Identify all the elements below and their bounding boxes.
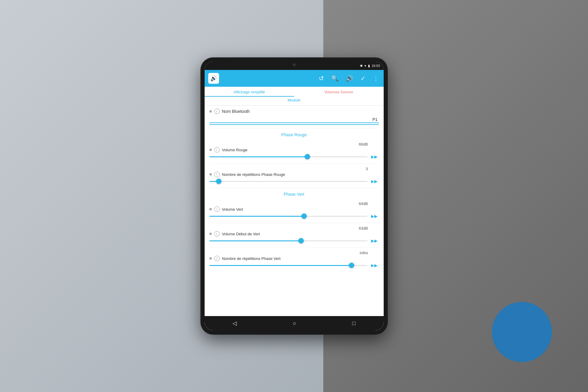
bullet-icon-2 [209, 149, 212, 151]
bullet-icon [209, 110, 212, 113]
tab-row-module: Module [205, 97, 384, 105]
slider-track-5 [209, 265, 367, 266]
slider-track-4 [209, 240, 367, 241]
volume-rouge-info-icon[interactable]: i [214, 147, 220, 152]
volume-rouge-row: 66dB i Volume Rouge ▶▶ [205, 139, 384, 163]
search-icon[interactable]: 🔍 [330, 74, 340, 83]
screen: ✱ ▾ ▮ 16:03 🔊 ↺ 🔍 🔊 ✓ ⋮ [205, 62, 384, 330]
bluetooth-status-icon: ✱ [360, 64, 363, 68]
repetitions-rouge-slider-row: ▶▶ [209, 178, 379, 187]
repetitions-rouge-info-icon[interactable]: i [214, 172, 220, 177]
tab-row-main: Affichage simplifié Volumes Sonore [205, 87, 384, 97]
app-header: 🔊 ↺ 🔍 🔊 ✓ ⋮ [205, 70, 384, 87]
slider-thumb-5[interactable] [349, 263, 354, 268]
volume-vert-label: Volume Vert [222, 207, 379, 212]
volume-icon[interactable]: 🔊 [345, 74, 355, 83]
logo-icon: 🔊 [210, 75, 217, 82]
volume-debut-vert-label: Volume Début de Vert [222, 232, 379, 236]
volume-rouge-slider[interactable] [209, 154, 367, 160]
slider-track-1 [209, 156, 367, 157]
bluetooth-section: i Nom Bluetooth [205, 106, 384, 125]
repetitions-vert-label-row: i Nombre de répétitions Phase Vert [209, 256, 379, 261]
tab-affichage-simplifie[interactable]: Affichage simplifié [205, 87, 294, 97]
volume-rouge-slider-row: ▶▶ [209, 154, 379, 162]
camera [293, 63, 296, 66]
home-button[interactable]: ○ [287, 318, 302, 329]
battery-status-icon: ▮ [368, 64, 370, 68]
tab-volumes-sonore[interactable]: Volumes Sonore [294, 87, 384, 97]
slider-fill-1 [209, 156, 307, 157]
ff-repetitions-vert[interactable]: ▶▶ [370, 263, 379, 268]
bluetooth-label: Nom Bluetooth [222, 109, 379, 114]
bullet-icon-6 [209, 257, 212, 260]
repetitions-rouge-label-row: i Nombre de répétitions Phase Rouge [209, 172, 379, 177]
repetitions-rouge-slider[interactable] [209, 178, 367, 184]
recent-apps-button[interactable]: □ [346, 318, 361, 329]
more-menu-icon[interactable]: ⋮ [372, 74, 380, 83]
blue-sign-decoration [492, 302, 552, 362]
slider-fill-5 [209, 265, 352, 266]
check-icon[interactable]: ✓ [359, 74, 367, 83]
slider-thumb-1[interactable] [305, 154, 310, 159]
volume-rouge-value: 66dB [209, 142, 379, 146]
ff-volume-vert[interactable]: ▶▶ [370, 214, 379, 219]
repetitions-vert-info-icon[interactable]: i [214, 256, 220, 261]
back-button[interactable]: ◁ [227, 318, 243, 329]
volume-debut-vert-row: 63dB i Volume Début de Vert [205, 223, 384, 247]
phase-rouge-header: Phase Rouge [205, 129, 384, 139]
volume-vert-info-icon[interactable]: i [214, 207, 220, 212]
bluetooth-underline [209, 124, 379, 125]
repetitions-vert-value: Infini [209, 251, 379, 255]
bullet-icon-3 [209, 173, 212, 176]
volume-rouge-label-row: i Volume Rouge [209, 147, 379, 152]
bullet-icon-5 [209, 233, 212, 235]
bluetooth-name-input[interactable] [209, 116, 379, 123]
refresh-icon[interactable]: ↺ [318, 74, 325, 83]
repetitions-rouge-row: 3 i Nombre de répétitions Phase Rouge [205, 164, 384, 188]
tab-module[interactable]: Module [283, 97, 305, 104]
bottom-nav: ◁ ○ □ [205, 316, 384, 330]
repetitions-vert-row: Infini i Nombre de répétitions Phase Ver… [205, 248, 384, 272]
bluetooth-info-icon[interactable]: i [214, 109, 220, 114]
bluetooth-label-row: i Nom Bluetooth [209, 109, 379, 114]
slider-thumb-4[interactable] [298, 238, 304, 243]
app-logo: 🔊 [208, 73, 219, 84]
volume-debut-vert-label-row: i Volume Début de Vert [209, 231, 379, 237]
volume-rouge-label: Volume Rouge [222, 148, 379, 152]
slider-track-3 [209, 216, 367, 217]
slider-fill-3 [209, 216, 304, 217]
phase-vert-header: Phase Vert [205, 188, 384, 198]
content-area: i Nom Bluetooth Phase Rouge 66dB [205, 106, 384, 316]
repetitions-vert-label: Nombre de répétitions Phase Vert [222, 256, 379, 261]
device-wrapper: ✱ ▾ ▮ 16:03 🔊 ↺ 🔍 🔊 ✓ ⋮ [201, 58, 387, 334]
bullet-icon-4 [209, 208, 212, 210]
volume-debut-vert-slider[interactable] [209, 238, 367, 244]
volume-debut-vert-slider-row: ▶▶ [209, 238, 379, 246]
slider-thumb-2[interactable] [216, 179, 221, 184]
volume-debut-vert-info-icon[interactable]: i [214, 231, 220, 237]
repetitions-vert-slider-row: ▶▶ [209, 262, 379, 271]
volume-debut-vert-value: 63dB [209, 226, 379, 231]
ff-volume-rouge[interactable]: ▶▶ [370, 154, 379, 159]
volume-vert-slider[interactable] [209, 213, 367, 219]
slider-thumb-3[interactable] [301, 213, 307, 219]
slider-track-2 [209, 181, 367, 182]
repetitions-rouge-label: Nombre de répétitions Phase Rouge [222, 172, 379, 177]
volume-vert-slider-row: ▶▶ [209, 213, 379, 222]
time-display: 16:03 [372, 64, 380, 68]
tab-bar: Affichage simplifié Volumes Sonore Modul… [205, 87, 384, 106]
tablet-device: ✱ ▾ ▮ 16:03 🔊 ↺ 🔍 🔊 ✓ ⋮ [201, 58, 387, 334]
ff-repetitions-rouge[interactable]: ▶▶ [370, 179, 379, 184]
volume-vert-label-row: i Volume Vert [209, 207, 379, 212]
slider-fill-4 [209, 240, 301, 241]
wifi-status-icon: ▾ [364, 64, 366, 68]
ff-volume-debut-vert[interactable]: ▶▶ [370, 238, 379, 243]
volume-vert-row: 64dB i Volume Vert ▶▶ [205, 198, 384, 223]
bluetooth-input-row [209, 116, 379, 123]
repetitions-rouge-value: 3 [209, 167, 379, 171]
repetitions-vert-slider[interactable] [209, 262, 367, 268]
volume-vert-value: 64dB [209, 201, 379, 206]
